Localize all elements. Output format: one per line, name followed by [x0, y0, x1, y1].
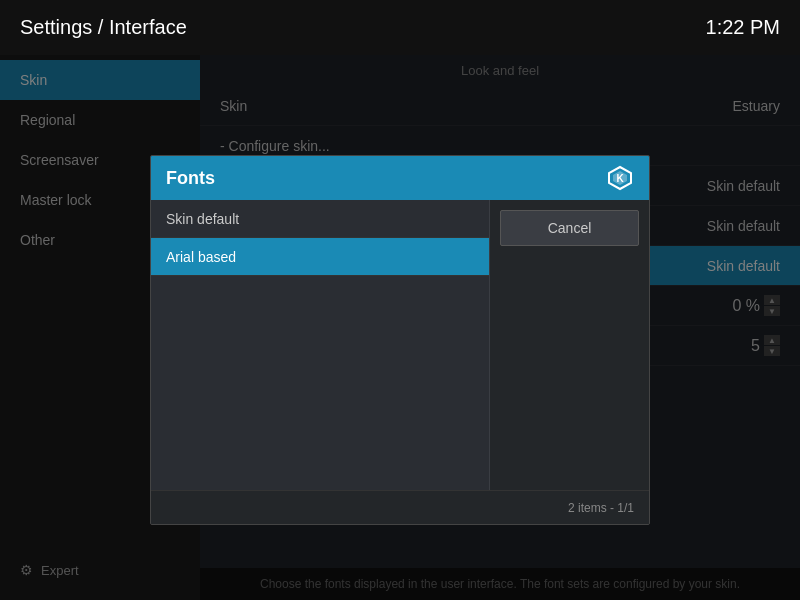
modal-overlay: Fonts K Skin default — [0, 55, 800, 600]
header: Settings / Interface 1:22 PM — [0, 0, 800, 55]
page-title: Settings / Interface — [20, 16, 187, 39]
dialog-header: Fonts K — [151, 156, 649, 200]
dialog-item-label-0: Skin default — [166, 211, 239, 227]
dialog-item-label-1: Arial based — [166, 249, 236, 265]
dialog-title: Fonts — [166, 168, 215, 189]
dialog-list[interactable]: Skin default Arial based — [151, 200, 489, 490]
kodi-logo-icon: K — [606, 164, 634, 192]
dialog-footer: 2 items - 1/1 — [151, 490, 649, 524]
svg-text:K: K — [616, 173, 624, 184]
dialog-list-item-0[interactable]: Skin default — [151, 200, 489, 238]
cancel-button[interactable]: Cancel — [500, 210, 639, 246]
fonts-dialog: Fonts K Skin default — [150, 155, 650, 525]
content-area: Look and feel Skin Estuary - Configure s… — [200, 55, 800, 600]
dialog-item-count: 2 items - 1/1 — [568, 501, 634, 515]
clock: 1:22 PM — [706, 16, 780, 39]
dialog-list-item-1[interactable]: Arial based — [151, 238, 489, 276]
main-layout: Skin Regional Screensaver Master lock Ot… — [0, 55, 800, 600]
dialog-body: Skin default Arial based Cancel — [151, 200, 649, 490]
dialog-sidebar: Cancel — [489, 200, 649, 490]
